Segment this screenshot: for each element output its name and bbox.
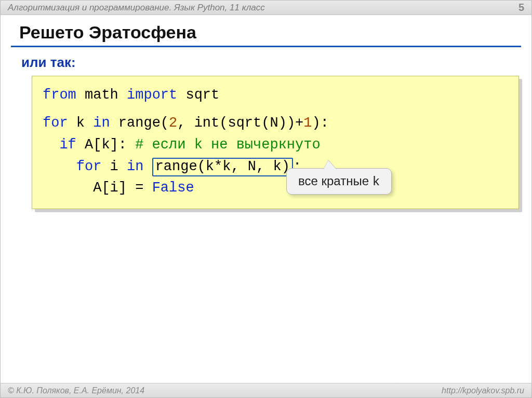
kw-false: False [152,180,194,196]
code-line-2: for k in range(2, int(sqrt(N))+1): [43,113,508,134]
slide: Алгоритмизация и программирование. Язык … [0,0,532,398]
title-underline [11,46,521,47]
blank-line [43,106,508,113]
kw-in: in [93,115,110,131]
sep: , [177,115,194,131]
cond-ak: A[k]: [85,137,127,153]
slide-title: Решето Эратосфена [1,15,531,46]
int-sqrt-call: int(sqrt(N))+ [194,115,304,131]
tok-range: range( [118,115,169,131]
num-2: 2 [169,115,177,131]
range-highlight: range(k*k, N, k) [152,158,293,176]
assign: A[i] = [93,180,143,196]
num-1: 1 [303,115,312,131]
footer-bar: © К.Ю. Поляков, Е.А. Ерёмин, 2014 http:/… [1,383,531,397]
callout-text: все кратные [298,174,373,188]
course-title: Алгоритмизация и программирование. Язык … [8,3,265,13]
module-math: math [85,87,118,103]
kw-import: import [127,87,177,103]
callout-box: все кратные k [286,168,392,195]
code-line-1: from math import sqrt [43,85,508,106]
code-line-3: if A[k]: # если k не вычеркнуто [43,134,508,156]
callout-mono: k [373,175,380,189]
code-block: from math import sqrt for k in range(2, … [32,76,519,209]
callout: все кратные k [286,168,392,195]
kw-if: if [59,137,76,153]
code-line-4: for i in range(k*k, N, k): [43,156,508,178]
comment: # если k не вычеркнуто [135,137,320,153]
code-content: from math import sqrt for k in range(2, … [32,76,519,209]
kw-for-inner: for [76,159,102,174]
paren-close: ): [312,115,329,131]
kw-from: from [43,87,76,103]
page-number: 5 [518,2,524,13]
header-bar: Алгоритмизация и программирование. Язык … [1,1,531,15]
footer-copyright: © К.Ю. Поляков, Е.А. Ерёмин, 2014 [8,386,144,395]
subheading: или так: [1,54,531,76]
var-i: i [110,159,118,174]
code-line-5: A[i] = False [43,177,508,199]
callout-tail [323,160,337,170]
var-k: k [76,115,85,131]
kw-in-inner: in [127,159,143,174]
kw-for: for [43,115,68,131]
fn-sqrt: sqrt [185,87,219,103]
footer-url: http://kpolyakov.spb.ru [442,386,524,395]
